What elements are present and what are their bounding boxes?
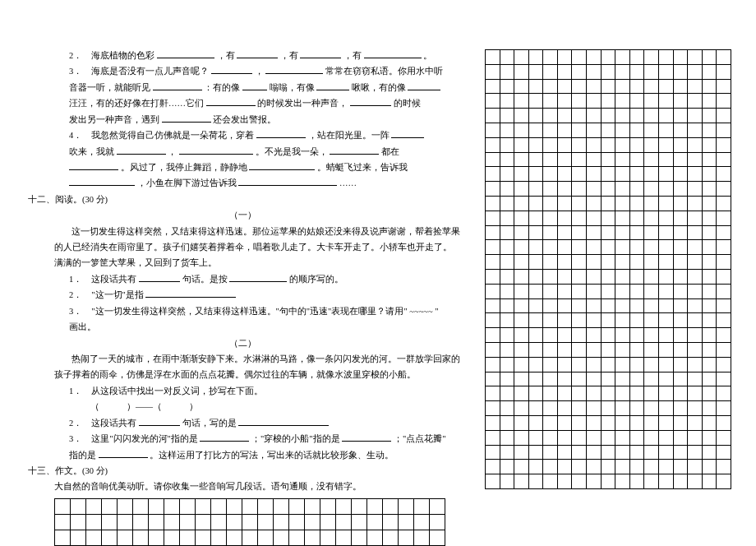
grid-cell [572, 372, 587, 386]
question-2: 2． 海底植物的色彩 ，有 ，有 ，有 。 [25, 48, 460, 63]
grid-cell [629, 123, 644, 137]
grid-cell [486, 386, 500, 401]
grid-cell [133, 530, 149, 545]
grid-cell [587, 313, 602, 328]
grid-cell [399, 530, 414, 545]
grid-cell [688, 342, 703, 357]
grid-cell [702, 167, 717, 182]
right-column [485, 48, 731, 546]
grid-cell [601, 211, 615, 225]
grid-cell [557, 386, 572, 401]
blank [242, 81, 267, 90]
grid-cell [615, 182, 630, 197]
grid-cell [615, 430, 630, 445]
grid-cell [500, 372, 514, 386]
grid-cell [673, 386, 688, 401]
grid-cell [702, 445, 717, 460]
grid-cell [528, 79, 543, 94]
grid-cell [500, 357, 514, 372]
grid-cell [86, 514, 102, 530]
blank [238, 416, 329, 426]
question-3-line4: 发出另一种声音，遇到 还会发出警报。 [25, 112, 460, 127]
grid-cell [629, 240, 644, 255]
grid-cell [367, 514, 383, 530]
grid-cell [543, 357, 558, 372]
grid-cell [658, 64, 673, 79]
grid-cell [717, 167, 731, 182]
grid-cell [644, 313, 659, 328]
grid-cell [557, 167, 572, 182]
grid-cell [615, 313, 630, 328]
grid-cell [557, 460, 572, 474]
grid-cell [717, 123, 731, 137]
grid-cell [528, 109, 543, 123]
grid-cell [164, 498, 180, 514]
grid-cell [133, 514, 149, 530]
grid-cell [557, 64, 572, 79]
grid-cell [572, 182, 587, 197]
grid-cell [102, 498, 118, 514]
grid-cell [587, 79, 602, 94]
grid-cell [673, 167, 688, 182]
grid-cell [717, 342, 731, 357]
grid-cell [572, 225, 587, 240]
grid-cell [688, 64, 703, 79]
grid-cell [557, 328, 572, 343]
grid-cell [717, 298, 731, 313]
grid-cell [543, 225, 558, 240]
s12-q2: 2． "这一切"是指 [25, 287, 460, 303]
grid-cell [572, 50, 587, 65]
grid-cell [500, 328, 514, 343]
grid-cell [486, 94, 500, 109]
grid-cell [601, 196, 615, 211]
grid-cell [615, 167, 630, 182]
grid-cell [305, 498, 320, 514]
grid-cell [514, 64, 529, 79]
grid-cell [629, 255, 644, 270]
grid-cell [601, 94, 615, 109]
grid-cell [673, 255, 688, 270]
grid-cell [486, 298, 500, 313]
grid-cell [702, 50, 717, 65]
grid-cell [601, 298, 615, 313]
grid-cell [242, 498, 258, 514]
passage-1-heading: （一） [25, 207, 460, 223]
grid-cell [688, 313, 703, 328]
grid-cell [702, 109, 717, 123]
grid-cell [528, 196, 543, 211]
grid-cell [587, 255, 602, 270]
grid-cell [557, 50, 572, 65]
grid-cell [673, 240, 688, 255]
grid-cell [514, 328, 529, 343]
grid-cell [601, 182, 615, 197]
grid-cell [644, 284, 659, 298]
blank [364, 49, 422, 59]
grid-cell [430, 514, 445, 530]
grid-cell [572, 298, 587, 313]
grid-cell [629, 196, 644, 211]
grid-cell [601, 342, 615, 357]
grid-cell [528, 211, 543, 225]
grid-cell [557, 298, 572, 313]
grid-cell [414, 530, 430, 545]
grid-cell [528, 50, 543, 65]
grid-cell [587, 50, 602, 65]
question-3-line3: 汪汪，有的还好像在打鼾……它们 的时候发出一种声音， 的时候 [25, 95, 460, 111]
grid-cell [305, 514, 320, 530]
grid-cell [514, 240, 529, 255]
grid-cell [615, 50, 630, 65]
grid-cell [164, 514, 180, 530]
grid-cell [615, 401, 630, 416]
grid-cell [688, 240, 703, 255]
grid-cell [629, 445, 644, 460]
grid-cell [528, 167, 543, 182]
grid-cell [601, 401, 615, 416]
grid-cell [644, 415, 659, 430]
grid-cell [629, 328, 644, 343]
grid-cell [688, 50, 703, 65]
grid-cell [644, 196, 659, 211]
grid-cell [543, 474, 558, 489]
grid-cell [673, 430, 688, 445]
grid-cell [673, 372, 688, 386]
s12b-q3b: 指的是 。这样运用了打比方的写法，写出来的话就比较形象、生动。 [25, 447, 460, 463]
